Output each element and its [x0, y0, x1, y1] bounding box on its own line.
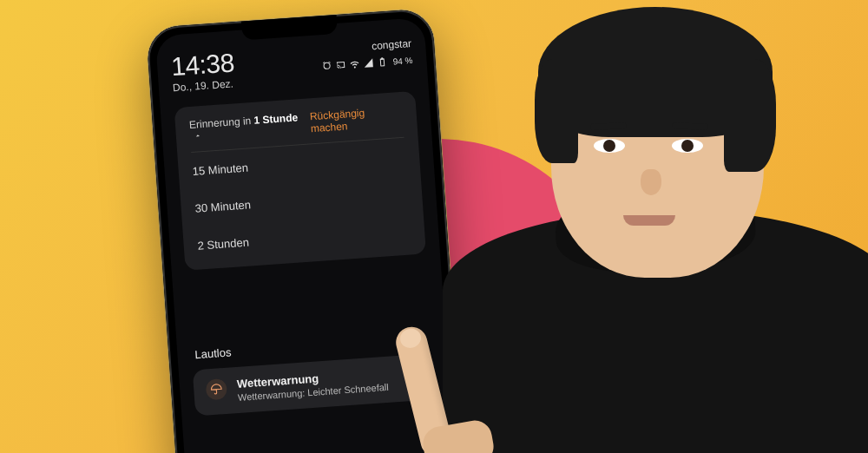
cast-icon — [335, 59, 346, 70]
status-right: congstar 94 % — [320, 37, 413, 71]
reminder-label[interactable]: Erinnerung in 1 Stunde — [189, 110, 312, 143]
wifi-icon — [349, 58, 360, 69]
battery-percent: 94 % — [392, 55, 413, 66]
clock: 14:38 — [170, 49, 234, 80]
eye — [672, 139, 703, 153]
mouth — [623, 215, 675, 226]
eyebrow — [590, 122, 627, 129]
status-icons: 94 % — [321, 55, 412, 71]
status-left: 14:38 Do., 19. Dez. — [170, 49, 236, 94]
signal-icon — [363, 57, 374, 69]
reminder-prefix: Erinnerung in — [189, 115, 255, 131]
presenter-person — [434, 0, 868, 453]
chevron-up-icon — [193, 130, 202, 143]
alarm-icon — [321, 60, 332, 71]
nose — [641, 169, 661, 195]
undo-button[interactable]: Rückgängig machen — [309, 104, 403, 135]
carrier-label: congstar — [320, 37, 412, 56]
weather-text: Wetterwarnung Wetterwarnung: Leichter Sc… — [236, 367, 389, 403]
eye — [594, 139, 625, 153]
battery-icon — [377, 56, 388, 68]
thumbnail-stage: 14:38 Do., 19. Dez. congstar 94 % — [0, 0, 868, 453]
hair — [538, 7, 773, 137]
reminder-card[interactable]: Erinnerung in 1 Stunde Rückgängig machen… — [174, 91, 426, 271]
reminder-selected: 1 Stunde — [253, 111, 299, 127]
eyebrow — [672, 122, 708, 129]
umbrella-icon — [206, 378, 228, 401]
status-bar: 14:38 Do., 19. Dez. congstar 94 % — [170, 37, 414, 94]
